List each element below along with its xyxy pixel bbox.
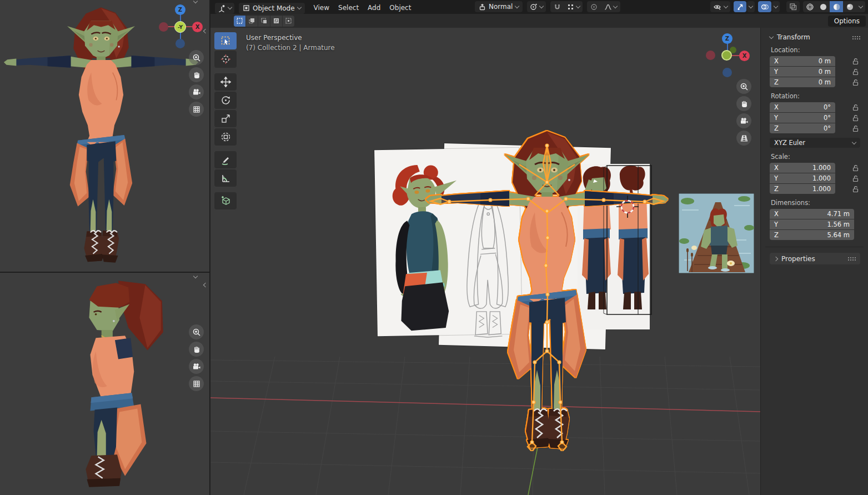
lock-open-icon[interactable]: [852, 68, 859, 76]
camera-view-icon[interactable]: [189, 359, 204, 374]
main-3d-viewport: User Perspective (7) Collection 2 | Arma…: [210, 28, 760, 495]
proportional-falloff-dropdown[interactable]: [600, 1, 620, 12]
snap-toggle-button[interactable]: [550, 1, 564, 12]
perspective-view-icon[interactable]: [736, 131, 751, 146]
rotation-mode-dropdown[interactable]: XYZ Euler: [770, 138, 860, 148]
location-z-field[interactable]: Z0 m: [770, 77, 835, 87]
object-visibility-dropdown[interactable]: [710, 1, 730, 12]
xray-toggle[interactable]: [786, 1, 800, 12]
lock-open-icon[interactable]: [852, 104, 859, 111]
drag-dots-icon[interactable]: [847, 257, 856, 261]
dimensions-x-field[interactable]: X4.71 m: [770, 209, 854, 219]
collapse-chevron-icon[interactable]: [194, 276, 197, 278]
axis-ball-neg-y-current[interactable]: -Y: [174, 21, 186, 33]
camera-view-icon[interactable]: [736, 113, 751, 128]
tool-scale[interactable]: [214, 110, 237, 127]
select-mode-group: [234, 16, 294, 27]
grid-view-icon[interactable]: [189, 376, 204, 391]
menu-view[interactable]: View: [309, 1, 334, 15]
lock-open-icon[interactable]: [852, 58, 859, 65]
axis-ball-neg-x[interactable]: [706, 51, 715, 60]
menu-add[interactable]: Add: [363, 1, 385, 15]
zoom-icon[interactable]: [736, 79, 751, 94]
rotation-y-field[interactable]: Y0°: [770, 113, 835, 123]
axis-ball-z[interactable]: Z: [722, 33, 732, 44]
overlays-toggle[interactable]: [758, 1, 771, 12]
menu-object[interactable]: Object: [385, 1, 415, 15]
location-y-field[interactable]: Y0 m: [770, 67, 835, 77]
axis-ball-x[interactable]: X: [739, 51, 750, 61]
properties-panel-header[interactable]: Properties: [770, 253, 860, 264]
shading-wireframe-button[interactable]: [803, 1, 816, 12]
tool-cursor[interactable]: [214, 51, 237, 68]
overlays-dropdown[interactable]: [772, 1, 780, 12]
shading-material-button[interactable]: [830, 1, 843, 12]
axis-ball-x[interactable]: X: [192, 22, 203, 32]
tool-measure[interactable]: [214, 169, 237, 187]
location-x-field[interactable]: X0 m: [770, 56, 835, 66]
select-mode-intersect[interactable]: [283, 16, 294, 27]
select-mode-extend[interactable]: [246, 16, 258, 27]
snap-target-dropdown[interactable]: [564, 1, 583, 12]
scale-z-field[interactable]: Z1.000: [770, 184, 835, 194]
select-mode-invert[interactable]: [270, 16, 283, 27]
select-mode-set[interactable]: [234, 16, 246, 27]
pan-hand-icon[interactable]: [736, 96, 751, 111]
viewport-axis-gizmo[interactable]: Z X: [705, 33, 750, 78]
scale-label: Scale:: [771, 153, 860, 161]
axis-ball-neg-y-current[interactable]: [721, 50, 732, 61]
rotation-z-field[interactable]: Z0°: [770, 123, 835, 133]
drag-dots-icon[interactable]: [852, 36, 860, 39]
transform-orientation-dropdown[interactable]: Normal: [475, 1, 523, 12]
camera-view-icon[interactable]: [189, 84, 204, 99]
tool-annotate[interactable]: [214, 151, 237, 168]
transform-panel-header[interactable]: Transform: [770, 33, 860, 41]
pan-hand-icon[interactable]: [189, 342, 204, 357]
gizmos-toggle[interactable]: [734, 1, 746, 12]
scale-x-field[interactable]: X1.000: [770, 163, 835, 173]
axis-ball-z[interactable]: Z: [175, 4, 185, 15]
collapse-chevron-icon[interactable]: [194, 1, 197, 3]
viewport-axis-gizmo[interactable]: Z X -Y: [158, 4, 203, 49]
tool-move[interactable]: [214, 73, 237, 91]
editor-type-button[interactable]: [215, 3, 234, 14]
zoom-icon[interactable]: [189, 324, 204, 339]
armature-bones-overlay[interactable]: [425, 129, 669, 451]
shading-solid-button[interactable]: [816, 1, 830, 12]
grid-view-icon[interactable]: [189, 102, 204, 117]
dimensions-z-field[interactable]: Z5.64 m: [770, 230, 854, 240]
dimensions-fields: X4.71 m Y1.56 m Z5.64 m: [770, 209, 860, 240]
dimensions-y-field[interactable]: Y1.56 m: [770, 219, 854, 229]
lock-open-icon[interactable]: [852, 175, 859, 182]
rotate-icon: [220, 95, 231, 106]
options-button[interactable]: Options: [828, 16, 866, 27]
goblin-model-side-view[interactable]: [62, 278, 174, 487]
tool-rotate[interactable]: [214, 92, 237, 109]
tool-select-box[interactable]: [214, 32, 237, 49]
axis-ball-neg-z[interactable]: [175, 39, 185, 48]
shading-dropdown[interactable]: [856, 1, 865, 12]
expand-sidebar-icon[interactable]: [204, 285, 207, 287]
lock-open-icon[interactable]: [852, 164, 859, 172]
axis-ball-neg-z[interactable]: [723, 68, 732, 77]
select-mode-subtract[interactable]: [258, 16, 270, 27]
lock-open-icon[interactable]: [852, 79, 859, 86]
pivot-point-dropdown[interactable]: [527, 1, 546, 12]
lock-open-icon[interactable]: [852, 125, 859, 132]
lock-open-icon[interactable]: [852, 114, 859, 122]
tool-transform[interactable]: [214, 128, 237, 146]
pan-hand-icon[interactable]: [189, 67, 204, 82]
shading-rendered-button[interactable]: [843, 1, 856, 12]
reference-image-dock-painting[interactable]: [679, 193, 754, 273]
mode-dropdown[interactable]: Object Mode: [239, 3, 305, 14]
rotation-x-field[interactable]: X0°: [770, 102, 835, 112]
expand-sidebar-icon[interactable]: [204, 31, 207, 33]
scale-y-field[interactable]: Y1.000: [770, 173, 835, 183]
lock-open-icon[interactable]: [852, 186, 859, 193]
proportional-editing-toggle[interactable]: [587, 1, 600, 12]
zoom-icon[interactable]: [189, 50, 204, 65]
gizmos-dropdown[interactable]: [747, 1, 755, 12]
axis-ball-neg-x[interactable]: [159, 22, 168, 32]
menu-select[interactable]: Select: [334, 1, 363, 15]
tool-add-cube[interactable]: [214, 192, 237, 209]
